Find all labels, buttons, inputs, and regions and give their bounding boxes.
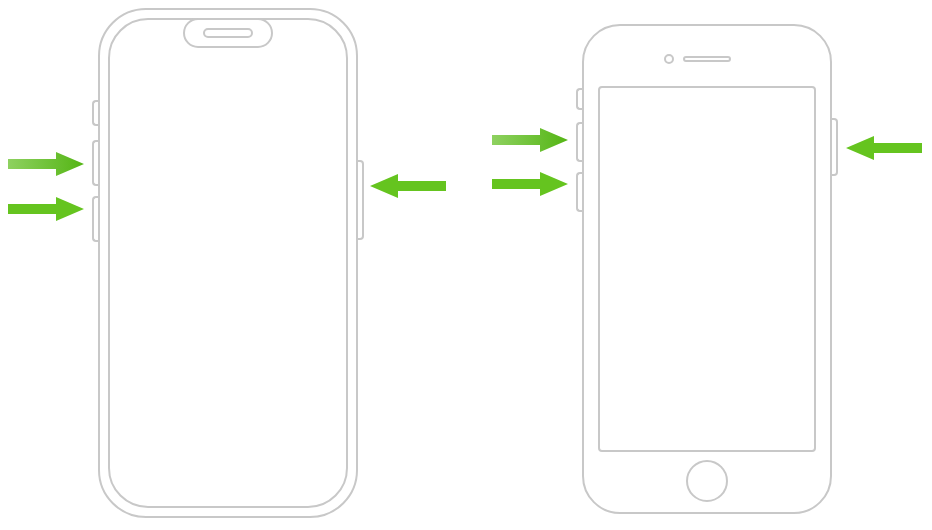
- phone2-front-camera-icon: [664, 54, 674, 64]
- phone2-home-button: [686, 460, 728, 502]
- phone2-speaker-icon: [683, 56, 731, 62]
- phone1-dynamic-island: [183, 18, 273, 48]
- phone2-screen: [598, 86, 816, 452]
- diagram-stage: [0, 0, 932, 530]
- arrow-left-icon: [844, 134, 924, 162]
- phone2-body: [582, 24, 832, 514]
- arrow-right-icon: [490, 170, 570, 198]
- phone1-screen: [108, 18, 348, 508]
- arrow-right-icon: [490, 126, 570, 154]
- phone1-speaker-icon: [203, 28, 253, 38]
- phone1-side-button: [358, 160, 364, 240]
- phone1-body: [98, 8, 358, 518]
- phone2-side-button: [832, 118, 838, 176]
- arrow-right-icon: [6, 195, 86, 223]
- arrow-right-icon: [6, 150, 86, 178]
- arrow-left-icon: [368, 172, 448, 200]
